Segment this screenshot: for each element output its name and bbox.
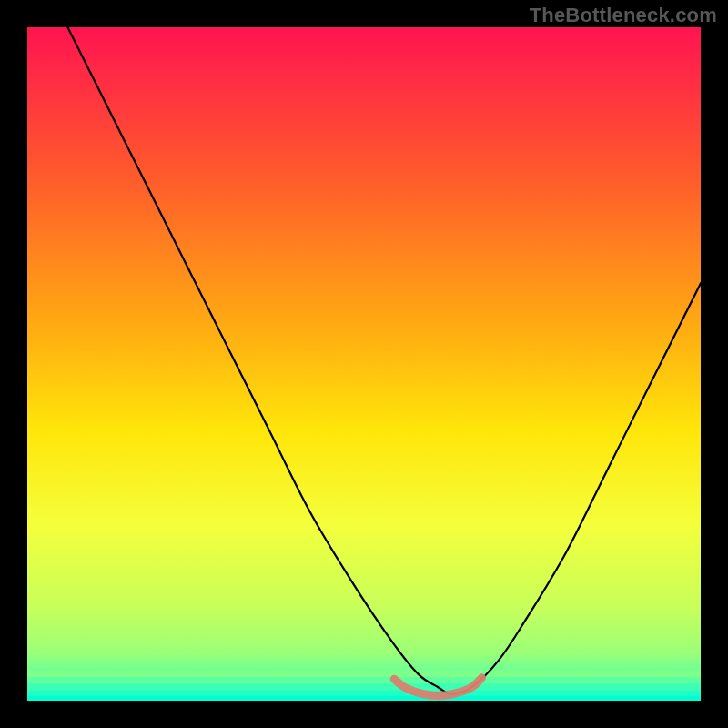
svg-rect-3 bbox=[27, 684, 701, 691]
plot-svg bbox=[27, 27, 701, 701]
svg-rect-5 bbox=[27, 696, 701, 701]
svg-rect-4 bbox=[27, 691, 701, 696]
svg-rect-2 bbox=[27, 677, 701, 683]
watermark-text: TheBottleneck.com bbox=[530, 4, 717, 27]
svg-rect-1 bbox=[27, 671, 701, 677]
chart-canvas: TheBottleneck.com bbox=[0, 0, 728, 728]
plot-area bbox=[27, 27, 701, 701]
